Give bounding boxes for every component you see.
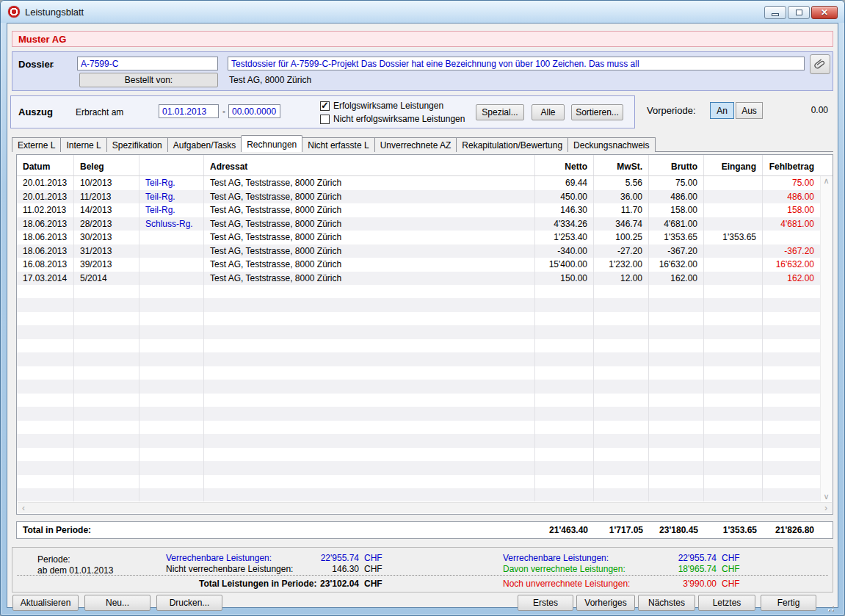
table-row[interactable]: 18.06.201328/2013Schluss-Rg.Test AG, Tes… — [17, 217, 820, 231]
invoice-table: Datum Beleg Adressat Netto MwSt. Brutto … — [16, 154, 833, 515]
naechstes-button[interactable]: Nächstes — [638, 595, 695, 611]
dossier-description-input[interactable] — [228, 57, 805, 70]
ordered-by-button[interactable]: Bestellt von: — [79, 73, 218, 87]
erstes-button[interactable]: Erstes — [518, 595, 573, 611]
cell-brutto: 158.00 — [649, 203, 704, 217]
vorperiode-an-toggle[interactable]: An — [710, 102, 734, 119]
scroll-down-icon[interactable]: ∨ — [823, 492, 829, 501]
col-header-beleg[interactable]: Beleg — [74, 155, 139, 175]
vorperiode-value: 0.00 — [771, 105, 828, 115]
maximize-icon — [796, 10, 802, 15]
minimize-button[interactable] — [764, 6, 786, 19]
col-header-adressat[interactable]: Adressat — [204, 155, 535, 175]
cell-typ: Teil-Rg. — [139, 203, 204, 217]
cell-beleg: 14/2013 — [74, 203, 139, 217]
cell-brutto: 162.00 — [649, 272, 704, 286]
checkbox-erfolgswirksam[interactable]: Erfolgswirksame Leistungen — [320, 101, 443, 111]
cell-adressat: Test AG, Teststrasse, 8000 Zürich — [204, 258, 535, 272]
cell-netto: 450.00 — [535, 190, 594, 204]
cell-fehlbetrag: 16'632.00 — [763, 258, 820, 272]
vertical-scrollbar[interactable]: ∧ ∨ — [820, 176, 832, 501]
dossier-dots: .. — [49, 59, 54, 69]
table-row[interactable]: 18.06.201330/2013Test AG, Teststrasse, 8… — [17, 231, 820, 244]
cell-brutto: 16'632.00 — [649, 258, 704, 272]
tab-strip: Externe L Interne L Spezifikation Aufgab… — [12, 135, 655, 152]
cell-eingang — [704, 244, 763, 258]
cell-typ — [139, 231, 204, 244]
aktualisieren-button[interactable]: Aktualisieren — [12, 595, 79, 611]
tab-externe-l[interactable]: Externe L — [12, 137, 61, 152]
table-row[interactable]: 16.08.201339/2013Test AG, Teststrasse, 8… — [17, 258, 820, 272]
horizontal-scrollbar[interactable]: ‹ › — [18, 502, 832, 513]
cell-brutto: 4'681.00 — [649, 217, 704, 231]
col-header-datum[interactable]: Datum — [17, 155, 74, 175]
maximize-button[interactable] — [788, 6, 810, 19]
cell-typ — [139, 244, 204, 258]
date-to-input[interactable] — [228, 104, 280, 118]
col-header-fehlbetrag[interactable]: Fehlbetrag — [763, 155, 820, 175]
col-header-netto[interactable]: Netto — [535, 155, 594, 175]
cell-fehlbetrag: 4'681.00 — [763, 217, 820, 231]
vorperiode-label: Vorperiode: — [647, 105, 696, 116]
tab-interne-l[interactable]: Interne L — [60, 137, 106, 152]
table-row[interactable]: 20.01.201310/2013Teil-Rg.Test AG, Testst… — [17, 176, 820, 190]
client-name: Muster AG — [18, 34, 66, 45]
attachment-button[interactable] — [810, 54, 830, 74]
dossier-code-input[interactable] — [77, 57, 218, 70]
tab-deckungsnachweis[interactable]: Deckungsnachweis — [567, 137, 655, 152]
col-header-brutto[interactable]: Brutto — [649, 155, 704, 175]
resize-grip[interactable] — [824, 602, 835, 612]
cell-datum: 18.06.2013 — [17, 244, 74, 258]
vorheriges-button[interactable]: Vorheriges — [576, 595, 635, 611]
cell-mwst: 1'232.00 — [594, 258, 649, 272]
drucken-button[interactable]: Drucken... — [156, 595, 222, 611]
total-netto: 21'463.40 — [535, 525, 594, 535]
scroll-up-icon[interactable]: ∧ — [823, 176, 829, 186]
cell-datum: 20.01.2013 — [17, 176, 74, 190]
neu-button[interactable]: Neu... — [84, 595, 150, 611]
table-row[interactable]: 18.06.201331/2013Test AG, Teststrasse, 8… — [17, 244, 820, 258]
tab-rechnungen[interactable]: Rechnungen — [241, 135, 302, 152]
sortieren-button[interactable]: Sortieren... — [571, 104, 623, 120]
col-header-mwst[interactable]: MwSt. — [594, 155, 649, 175]
cell-beleg: 30/2013 — [74, 231, 139, 244]
letztes-button[interactable]: Letztes — [698, 595, 755, 611]
empty-rows-area — [17, 285, 820, 501]
cell-typ: Teil-Rg. — [139, 190, 204, 204]
col-header-eingang[interactable]: Eingang — [704, 155, 763, 175]
scroll-right-icon[interactable]: › — [824, 503, 827, 513]
paperclip-icon — [814, 59, 826, 70]
cell-beleg: 28/2013 — [74, 217, 139, 231]
alle-button[interactable]: Alle — [532, 104, 565, 120]
cell-datum: 11.02.2013 — [17, 203, 74, 217]
auszug-panel: Auszug Erbracht am - Erfolgswirksame Lei… — [10, 95, 635, 128]
date-from-input[interactable] — [159, 104, 219, 118]
fertig-button[interactable]: Fertig — [761, 595, 816, 611]
tab-rekapitulation-bewertung[interactable]: Rekapitulation/Bewertung — [456, 137, 568, 152]
checkbox-nicht-erfolgswirksam[interactable]: Nicht erfolgswirksame Leistungen — [320, 114, 465, 124]
cell-mwst: -27.20 — [594, 244, 649, 258]
left-row2-value: 146.30 — [286, 564, 359, 574]
table-row[interactable]: 17.03.20145/2014Test AG, Teststrasse, 80… — [17, 272, 820, 286]
cell-beleg: 31/2013 — [74, 244, 139, 258]
cell-adressat: Test AG, Teststrasse, 8000 Zürich — [204, 272, 535, 286]
spezial-button[interactable]: Spezial... — [476, 104, 524, 120]
cell-typ: Teil-Rg. — [139, 176, 204, 190]
cell-beleg: 39/2013 — [74, 258, 139, 272]
tab-spezifikation[interactable]: Spezifikation — [106, 137, 168, 152]
close-button[interactable]: ✕ — [811, 6, 838, 19]
total-label: Total in Periode: — [17, 525, 535, 535]
summary-divider — [17, 575, 828, 576]
cell-adressat: Test AG, Teststrasse, 8000 Zürich — [204, 244, 535, 258]
tab-unverrechnete-az[interactable]: Unverrechnete AZ — [374, 137, 457, 152]
cell-beleg: 11/2013 — [74, 190, 139, 204]
table-row[interactable]: 20.01.201311/2013Teil-Rg.Test AG, Testst… — [17, 190, 820, 204]
cell-fehlbetrag: 486.00 — [763, 190, 820, 204]
total-row: Total in Periode: 21'463.40 1'717.05 23'… — [16, 521, 833, 539]
col-header-typ[interactable] — [139, 155, 204, 175]
table-row[interactable]: 11.02.201314/2013Teil-Rg.Test AG, Testst… — [17, 203, 820, 217]
tab-nicht-erfasste-l[interactable]: Nicht erfasste L — [302, 137, 374, 152]
scroll-left-icon[interactable]: ‹ — [22, 503, 25, 513]
vorperiode-aus-toggle[interactable]: Aus — [736, 102, 763, 119]
tab-aufgaben-tasks[interactable]: Aufgaben/Tasks — [167, 137, 242, 152]
